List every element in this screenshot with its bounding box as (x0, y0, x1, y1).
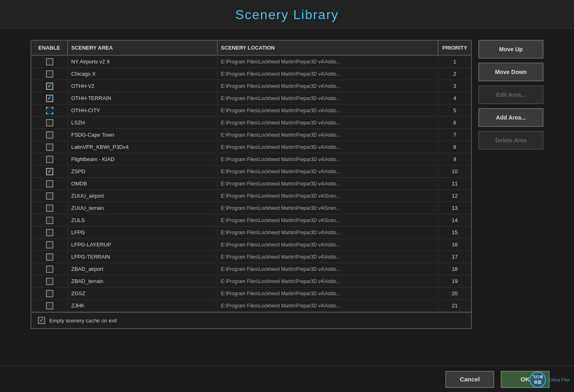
row-location: E:\Program Files\Lockheed Martin\Prepar3… (217, 265, 438, 274)
row-location: E:\Program Files\Lockheed Martin\Prepar3… (217, 240, 438, 249)
row-priority: 3 (438, 81, 471, 91)
table-row[interactable]: ZBAD_airportE:\Program Files\Lockheed Ma… (31, 263, 471, 275)
row-location: E:\Program Files\Lockheed Martin\Prepar3… (217, 301, 438, 310)
row-area: OTHH-TERRAIN (68, 94, 217, 103)
row-area: ZUUU_airport (68, 191, 217, 200)
row-checkbox[interactable] (46, 290, 53, 297)
row-checkbox[interactable] (46, 180, 53, 187)
row-enable-cell (31, 227, 68, 238)
row-checkbox[interactable] (46, 156, 53, 163)
row-checkbox[interactable] (46, 70, 53, 78)
row-priority: 10 (438, 167, 471, 176)
table-row[interactable]: LatinVFR_KBWI_P3Dv4E:\Program Files\Lock… (31, 141, 471, 153)
table-row[interactable]: OTHH-TERRAINE:\Program Files\Lockheed Ma… (31, 92, 471, 105)
table-row[interactable]: Flightbeam - KIADE:\Program Files\Lockhe… (31, 153, 471, 166)
row-checkbox[interactable] (46, 302, 53, 309)
watermark: 飞行者联盟 China Flier (530, 372, 570, 388)
row-priority: 2 (438, 69, 471, 78)
empty-cache-checkbox[interactable] (38, 317, 45, 324)
row-enable-cell (31, 57, 68, 67)
table-row[interactable]: LSZHE:\Program Files\Lockheed Martin\Pre… (31, 117, 471, 129)
row-enable-cell (31, 191, 68, 201)
row-checkbox[interactable] (46, 217, 53, 224)
row-priority: 21 (438, 301, 471, 310)
table-row[interactable]: ZJHKE:\Program Files\Lockheed Martin\Pre… (31, 300, 471, 312)
row-area: ZBAD_terrain (68, 277, 217, 286)
row-checkbox[interactable] (46, 119, 53, 126)
row-location: E:\Program Files\Lockheed Martin\Prepar3… (217, 106, 438, 115)
col-header-location: SCENERY LOCATION (218, 41, 438, 55)
table-row[interactable]: OMDBE:\Program Files\Lockheed Martin\Pre… (31, 178, 471, 190)
row-checkbox[interactable] (46, 95, 53, 102)
empty-cache-label: Empty scenery cache on exit (49, 318, 117, 324)
row-checkbox[interactable] (46, 205, 53, 212)
row-area: LSZH (68, 118, 217, 127)
table-row[interactable]: ZSPDE:\Program Files\Lockheed Martin\Pre… (31, 166, 471, 178)
watermark-text: China Flier (548, 377, 570, 382)
row-checkbox[interactable] (46, 131, 53, 139)
table-row[interactable]: LFPGE:\Program Files\Lockheed Martin\Pre… (31, 226, 471, 239)
row-priority: 18 (438, 264, 471, 274)
table-row[interactable]: OTHH-V2E:\Program Files\Lockheed Martin\… (31, 80, 471, 92)
row-priority: 4 (438, 94, 471, 103)
row-enable-cell (31, 179, 68, 189)
row-checkbox[interactable] (46, 58, 53, 65)
row-checkbox[interactable] (46, 107, 53, 114)
table-row[interactable]: NY Airports v2 XE:\Program Files\Lockhee… (31, 56, 471, 68)
row-priority: 13 (438, 203, 471, 213)
row-checkbox[interactable] (46, 229, 53, 236)
table-row[interactable]: OTHH-CITYE:\Program Files\Lockheed Marti… (31, 105, 471, 117)
row-enable-cell (31, 93, 68, 104)
row-checkbox[interactable] (46, 266, 53, 273)
row-location: E:\Program Files\Lockheed Martin\Prepar3… (217, 192, 438, 200)
row-priority: 9 (438, 155, 471, 164)
bottom-bar: Cancel OK 飞行者联盟 China Flier (0, 366, 574, 392)
table-row[interactable]: LFPG-LAYERUPE:\Program Files\Lockheed Ma… (31, 239, 471, 251)
table-row[interactable]: ZBAD_terrainE:\Program Files\Lockheed Ma… (31, 275, 471, 287)
row-checkbox[interactable] (46, 192, 53, 200)
col-header-area: SCENERY AREA (68, 41, 218, 55)
row-area: ZJHK (68, 301, 217, 310)
table-row[interactable]: ZULSE:\Program Files\Lockheed Martin\Pre… (31, 214, 471, 226)
table-row[interactable]: LFPG-TERRAINE:\Program Files\Lockheed Ma… (31, 251, 471, 263)
row-checkbox[interactable] (46, 168, 53, 175)
row-location: E:\Program Files\Lockheed Martin\Prepar3… (217, 204, 438, 213)
row-enable-cell (31, 154, 68, 165)
row-checkbox[interactable] (46, 278, 53, 285)
row-checkbox[interactable] (46, 241, 53, 248)
row-enable-cell (31, 203, 68, 213)
edit-area-button[interactable]: Edit Area... (478, 85, 543, 104)
row-checkbox[interactable] (46, 144, 53, 151)
table-header: ENABLE SCENERY AREA SCENERY LOCATION PRI… (31, 41, 471, 56)
add-area-button[interactable]: Add Area... (478, 108, 543, 127)
side-panel: Move Up Move Down Edit Area... Add Area.… (478, 40, 543, 150)
cancel-button[interactable]: Cancel (445, 371, 494, 388)
col-header-priority: PRIORITY (438, 41, 471, 55)
row-priority: 1 (438, 57, 471, 66)
table-row[interactable]: ZGSZE:\Program Files\Lockheed Martin\Pre… (31, 287, 471, 300)
move-down-button[interactable]: Move Down (478, 63, 543, 81)
row-checkbox[interactable] (46, 253, 53, 261)
row-enable-cell (31, 166, 68, 177)
row-enable-cell (31, 118, 68, 128)
table-row[interactable]: FSDG-Cape TownE:\Program Files\Lockheed … (31, 129, 471, 141)
row-location: E:\Program Files\Lockheed Martin\Prepar3… (217, 253, 438, 261)
row-location: E:\Program Files\Lockheed Martin\Prepar3… (217, 57, 438, 66)
row-priority: 6 (438, 118, 471, 127)
row-enable-cell (31, 81, 68, 91)
row-priority: 11 (438, 179, 471, 188)
table-body[interactable]: NY Airports v2 XE:\Program Files\Lockhee… (31, 56, 471, 312)
row-enable-cell (31, 264, 68, 274)
table-row[interactable]: ZUUU_terrainE:\Program Files\Lockheed Ma… (31, 202, 471, 214)
row-priority: 8 (438, 142, 471, 152)
table-row[interactable]: Chicago XE:\Program Files\Lockheed Marti… (31, 68, 471, 80)
row-checkbox[interactable] (46, 83, 53, 90)
row-priority: 14 (438, 216, 471, 225)
move-up-button[interactable]: Move Up (478, 40, 543, 59)
row-priority: 7 (438, 130, 471, 139)
delete-area-button[interactable]: Delete Area (478, 131, 543, 150)
row-area: OMDB (68, 179, 217, 188)
row-area: Flightbeam - KIAD (68, 155, 217, 164)
table-row[interactable]: ZUUU_airportE:\Program Files\Lockheed Ma… (31, 190, 471, 202)
row-area: ZULS (68, 216, 217, 225)
